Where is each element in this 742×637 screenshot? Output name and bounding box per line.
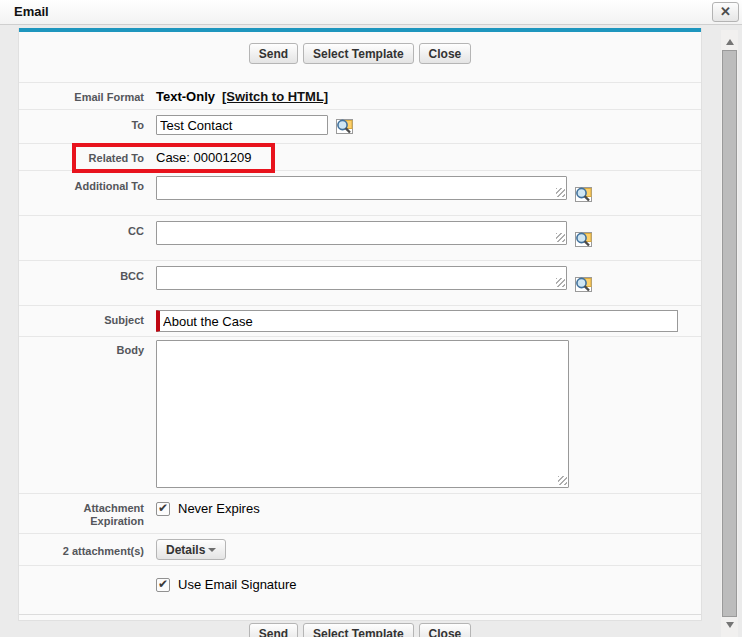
close-button[interactable]: Close: [419, 43, 472, 64]
never-expires-checkbox[interactable]: ✔: [156, 502, 170, 516]
send-button[interactable]: Send: [249, 623, 298, 637]
scrollbar[interactable]: [721, 30, 738, 637]
related-to-label: Related To: [19, 150, 156, 165]
lookup-icon[interactable]: [574, 186, 593, 206]
checkmark-icon: ✔: [158, 579, 168, 589]
cc-input[interactable]: [156, 221, 567, 245]
lookup-icon[interactable]: [335, 118, 354, 138]
email-format-label: Email Format: [19, 89, 156, 104]
send-button[interactable]: Send: [249, 43, 298, 64]
lookup-icon[interactable]: [574, 276, 593, 296]
switch-to-html-link[interactable]: [Switch to HTML]: [222, 89, 328, 104]
select-template-button[interactable]: Select Template: [303, 623, 413, 637]
cc-row: CC: [19, 215, 701, 260]
close-icon[interactable]: ✕: [712, 2, 739, 22]
subject-label: Subject: [19, 310, 156, 332]
use-email-signature-label: Use Email Signature: [178, 577, 297, 592]
top-button-bar: Send Select Template Close: [19, 32, 701, 82]
attachment-expiration-label: Attachment Expiration: [19, 499, 156, 528]
signature-row: ✔ Use Email Signature: [19, 565, 701, 614]
subject-row: Subject: [19, 305, 701, 336]
cc-label: CC: [19, 221, 156, 251]
use-email-signature-checkbox[interactable]: ✔: [156, 578, 170, 592]
to-input[interactable]: [156, 115, 328, 135]
email-format-value: Text-Only: [156, 89, 215, 104]
lookup-icon[interactable]: [574, 231, 593, 251]
to-row: To: [19, 109, 701, 143]
details-button[interactable]: Details: [156, 539, 226, 560]
email-format-value-wrap: Text-Only[Switch to HTML]: [156, 89, 701, 104]
signature-label-spacer: [19, 575, 156, 592]
body-input[interactable]: [156, 340, 569, 488]
related-to-row: Related To Case: 00001209: [19, 143, 701, 170]
close-button[interactable]: Close: [419, 623, 472, 637]
attachments-row: 2 attachment(s) Details: [19, 533, 701, 565]
body-label: Body: [19, 340, 156, 488]
dialog-titlebar: Email ✕: [0, 0, 742, 25]
never-expires-label: Never Expires: [178, 501, 260, 516]
email-compose-dialog: Send Select Template Close Email Format …: [18, 28, 702, 621]
dialog-title: Email: [14, 4, 49, 19]
additional-to-input[interactable]: [156, 176, 567, 200]
additional-to-label: Additional To: [19, 176, 156, 206]
scroll-down-arrow-icon[interactable]: [726, 622, 734, 628]
bcc-input[interactable]: [156, 266, 567, 290]
attachments-count-label: 2 attachment(s): [19, 539, 156, 558]
bottom-button-bar: Send Select Template Close: [19, 614, 701, 637]
subject-input[interactable]: [156, 310, 678, 332]
chevron-down-icon: [208, 548, 216, 552]
checkmark-icon: ✔: [158, 503, 168, 513]
additional-to-row: Additional To: [19, 170, 701, 215]
select-template-button[interactable]: Select Template: [303, 43, 413, 64]
attachment-expiration-row: Attachment Expiration ✔ Never Expires: [19, 493, 701, 533]
to-label: To: [19, 115, 156, 132]
body-row: Body: [19, 336, 701, 493]
related-to-value: Case: 00001209: [156, 150, 701, 165]
bcc-row: BCC: [19, 260, 701, 305]
email-format-row: Email Format Text-Only[Switch to HTML]: [19, 82, 701, 109]
bcc-label: BCC: [19, 266, 156, 296]
scrollbar-thumb[interactable]: [722, 50, 737, 617]
scroll-up-arrow-icon[interactable]: [726, 39, 734, 45]
